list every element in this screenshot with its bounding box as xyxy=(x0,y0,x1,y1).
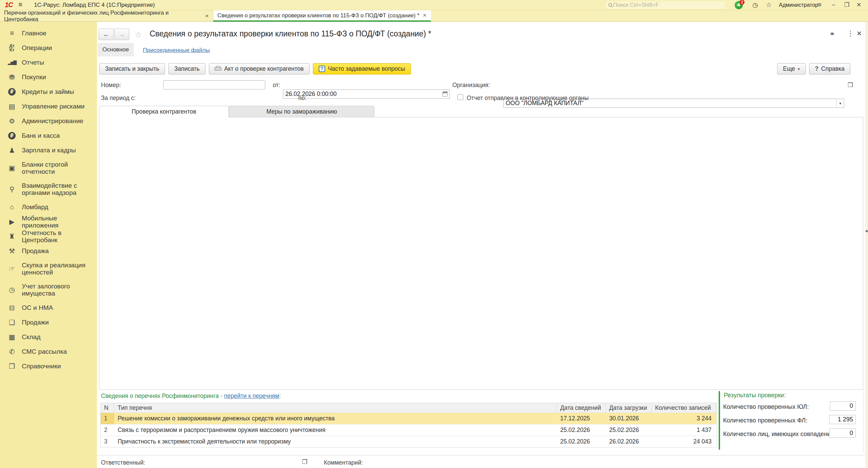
calendar-icon[interactable] xyxy=(443,91,448,97)
document-date-field[interactable]: 26.02.2026 0:00:00 xyxy=(283,89,450,99)
forward-button[interactable]: → xyxy=(114,29,129,40)
print-act-button[interactable]: Акт о проверке контрагентов xyxy=(209,63,310,74)
sidebar-item-purchases[interactable]: ⛃Покупки xyxy=(0,70,97,84)
sidebar-item-sms[interactable]: ✆СМС рассылка xyxy=(0,344,97,359)
column-header-type[interactable]: Тип перечня xyxy=(114,403,557,413)
results-title: Результаты проверки: xyxy=(724,392,786,399)
column-header-load-date[interactable]: Дата загрузки xyxy=(606,403,652,413)
save-close-button[interactable]: Записать и закрыть xyxy=(99,63,165,74)
sidebar-item-sales[interactable]: ❏Продажи xyxy=(0,315,97,330)
chevron-down-icon[interactable]: ▾ xyxy=(836,99,844,107)
list-item[interactable]: 1 Решение комиссии о замораживании денеж… xyxy=(101,413,716,424)
gear-icon: ⚙ xyxy=(6,117,18,125)
close-form-icon[interactable]: ✕ xyxy=(856,30,862,37)
close-tab-icon[interactable]: ✕ xyxy=(423,13,427,18)
watch-icon: ◷ xyxy=(6,286,18,294)
nav-tab-attached-files[interactable]: Присоединенные файлы xyxy=(143,47,210,54)
sidebar-item-risk[interactable]: ▤Управление рисками xyxy=(0,99,97,114)
sidebar-item-strict-forms[interactable]: ▣Бланки строгой отчетности xyxy=(0,157,97,179)
list-type: Решение комиссии о замораживании денежны… xyxy=(114,413,557,424)
chevron-down-icon: ▾ xyxy=(798,67,800,71)
list-item[interactable]: 2 Связь с терроризмом и распространением… xyxy=(101,424,716,436)
number-field[interactable] xyxy=(163,80,265,89)
phone-icon: ✆ xyxy=(6,348,18,356)
user-menu-icon[interactable]: ≡ xyxy=(818,1,821,9)
close-window-button[interactable]: ✕ xyxy=(856,1,861,9)
main-menu-icon: ≡ xyxy=(6,29,18,37)
tab-check-results[interactable]: Сведения о результатах проверки клиентов… xyxy=(213,10,431,22)
sidebar-item-fixed-assets[interactable]: ⊟ОС и НМА xyxy=(0,300,97,315)
strict-forms-icon: ▣ xyxy=(6,164,18,172)
tab-check-contractors[interactable]: Проверка контрагентов xyxy=(99,106,229,117)
global-search[interactable] xyxy=(606,1,725,9)
sidebar-item-bank-cash[interactable]: ₽Банк и касса xyxy=(0,128,97,143)
column-header-records[interactable]: Количество записей xyxy=(652,403,716,413)
faq-button[interactable]: ? Часто задаваемые вопросы xyxy=(313,63,411,74)
open-responsible-icon[interactable]: ❐ xyxy=(302,458,307,466)
main-menu-icon[interactable]: ≡ xyxy=(18,1,22,9)
column-header-data-date[interactable]: Дата сведений xyxy=(557,403,606,413)
tab-label: Сведения о результатах проверки клиентов… xyxy=(217,12,419,19)
sidebar-item-supervision[interactable]: ⚲Взаимодействие с органами надзора xyxy=(0,179,97,200)
sidebar-item-pawnshop[interactable]: ⌂Ломбард xyxy=(0,200,97,214)
current-user[interactable]: Администратор xyxy=(779,2,818,8)
get-link-icon[interactable]: ⚭ xyxy=(829,30,835,38)
save-button[interactable]: Записать xyxy=(168,63,205,74)
sidebar-item-main[interactable]: ≡Главное xyxy=(0,26,97,40)
magnifier-icon: ⚲ xyxy=(6,185,18,193)
report-sent-label: Отчет отправлен в контролирующие органы xyxy=(467,95,589,102)
load-date: 25.02.2026 xyxy=(606,424,652,436)
nav-tab-main[interactable]: Основное xyxy=(98,43,134,56)
tab-freezing-measures[interactable]: Меры по замораживанию xyxy=(229,106,374,117)
tab-bar: Перечни организаций и физических лиц Рос… xyxy=(0,10,868,22)
sidebar-item-warehouse[interactable]: ▦Склад xyxy=(0,330,97,344)
kebab-menu-icon[interactable]: ⋮ xyxy=(847,29,854,37)
sidebar-item-sale[interactable]: ⚒Продажа xyxy=(0,244,97,258)
sidebar-item-references[interactable]: ❒Справочники xyxy=(0,359,97,373)
sidebar-item-salary-hr[interactable]: ♟Зарплата и кадры xyxy=(0,143,97,157)
notifications-icon[interactable]: 2 xyxy=(735,1,743,9)
close-tab-icon[interactable]: ✕ xyxy=(205,13,209,19)
checked-legal-value[interactable]: 0 xyxy=(830,401,856,411)
number-input[interactable] xyxy=(166,81,263,88)
minimize-button[interactable]: – xyxy=(832,1,835,8)
sidebar-item-centrobank[interactable]: ♜Отчетность в Центробанк xyxy=(0,229,97,244)
back-button[interactable]: ← xyxy=(99,29,114,40)
favorite-star-icon[interactable]: ☆ xyxy=(135,30,142,39)
lists-section-title: Сведения о перечнях Росфинмониторинга - … xyxy=(101,392,281,400)
history-icon[interactable]: ◷ xyxy=(752,1,758,9)
records-count: 24 043 xyxy=(652,436,716,447)
sidebar-item-reports[interactable]: ▂▅▇Отчеты xyxy=(0,55,97,70)
help-button[interactable]: ?Справка xyxy=(809,63,850,74)
data-date: 25.02.2026 xyxy=(557,436,606,447)
printer-icon xyxy=(215,66,221,72)
forward-icon: → xyxy=(119,31,125,38)
restore-button[interactable]: ❐ xyxy=(844,1,849,9)
checked-individuals-value[interactable]: 1 295 xyxy=(829,415,856,424)
more-button[interactable]: Еще▾ xyxy=(777,63,806,74)
favorites-star-icon[interactable]: ☆ xyxy=(766,1,772,9)
tab-lists-rosfin[interactable]: Перечни организаций и физических лиц Рос… xyxy=(0,10,213,22)
go-to-lists-link[interactable]: перейти к перечням xyxy=(224,392,279,399)
sidebar-item-credits[interactable]: ₽Кредиты и займы xyxy=(0,84,97,99)
right-edge-strip xyxy=(865,22,868,468)
sidebar: ≡Главное Дт КтОперации ▂▅▇Отчеты ⛃Покупк… xyxy=(0,22,97,468)
sidebar-item-operations[interactable]: Дт КтОперации xyxy=(0,40,97,55)
results-accent-bar xyxy=(719,391,720,450)
global-search-input[interactable] xyxy=(613,2,715,8)
bank-building-icon: ♜ xyxy=(6,232,18,240)
collapse-panel-icon[interactable]: ◄ xyxy=(864,229,868,233)
persons-matches-value[interactable]: 0 xyxy=(829,429,856,438)
sidebar-item-collateral[interactable]: ◷Учет залогового имущества xyxy=(0,279,97,300)
report-sent-checkbox[interactable] xyxy=(457,94,463,100)
sidebar-item-administration[interactable]: ⚙Администрирование xyxy=(0,114,97,128)
list-item[interactable]: 3 Причастность к экстремистской деятельн… xyxy=(101,436,716,447)
search-icon xyxy=(608,3,613,8)
sidebar-item-buyout[interactable]: ☞Скупка и реализация ценностей xyxy=(0,258,97,279)
sidebar-item-mobile-apps[interactable]: ▶Мобильные приложения xyxy=(0,214,97,229)
play-icon: ▶ xyxy=(6,218,18,226)
data-date: 25.02.2026 xyxy=(557,424,606,436)
contractors-panel xyxy=(99,117,863,390)
column-header-n[interactable]: N xyxy=(101,403,114,413)
open-organization-icon[interactable]: ❐ xyxy=(848,81,853,89)
